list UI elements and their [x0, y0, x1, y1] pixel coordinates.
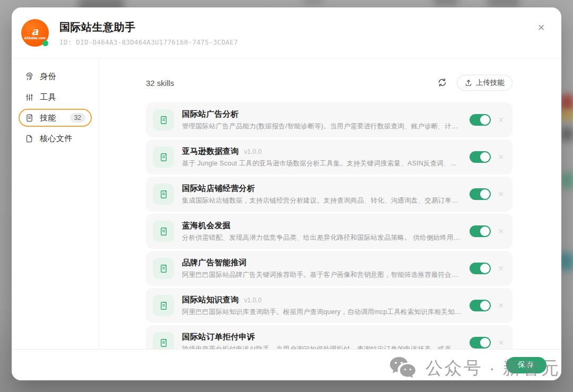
dialog-header: a Alibaba.com 国际站生意助手 ID: DID-D464A3-83D…: [12, 7, 561, 58]
skill-card: 蓝海机会发掘 分析供需错配、发现高潜力低竞争品类、给出差异化路径和国际站发品策略…: [146, 214, 513, 249]
remove-skill-icon[interactable]: ✕: [498, 265, 504, 272]
dialog-title: 国际站生意助手: [59, 20, 238, 34]
remove-skill-icon[interactable]: ✕: [498, 302, 504, 309]
alibaba-logo-glyph: a: [32, 27, 39, 36]
skill-enabled-toggle[interactable]: [470, 114, 491, 126]
skill-card: 亚马逊数据查询 v1.0.0 基于 Jungle Scout 工具的亚马逊市场数…: [146, 140, 513, 175]
assistant-settings-dialog: a Alibaba.com 国际站生意助手 ID: DID-D464A3-83D…: [12, 7, 561, 380]
background-blur-shape: [561, 172, 573, 189]
upload-skill-label: 上传技能: [476, 78, 505, 88]
upload-skill-button[interactable]: 上传技能: [457, 75, 513, 91]
background-blur-shape: [302, 0, 324, 4]
skill-enabled-toggle[interactable]: [470, 300, 491, 311]
dialog-body: 身份 工具 技能 32 核心文件 32 skills: [12, 58, 561, 349]
dialog-footer: 保存: [12, 349, 561, 380]
skill-card: 国际站订单拒付申诉 跨境电商平台拒付申诉AI助手，当用户询问如何处理拒付，查询特…: [146, 325, 513, 349]
skill-doc-icon: [153, 184, 174, 205]
skill-title: 亚马逊数据查询: [182, 146, 239, 156]
skill-list: 国际站广告分析 管理国际站广告产品能力(数据报告/智能诊断等)。当用户需要进行数…: [146, 102, 513, 349]
skill-enabled-toggle[interactable]: [470, 151, 491, 163]
background-blur-shape: [433, 0, 458, 5]
skill-description: 分析供需错配、发现高潜力低竞争品类、给出差异化路径和国际站发品策略。 供给侧始终…: [182, 233, 461, 242]
sidebar-item-identity[interactable]: 身份: [19, 67, 92, 85]
background-blur-shape: [487, 0, 520, 7]
skill-card: 国际站店铺经营分析 集成国际站店铺数据，支持店铺经营分析建议。支持查询商品、转化…: [146, 177, 513, 212]
skills-panel: 32 skills 上传技能: [99, 59, 561, 349]
skill-enabled-toggle[interactable]: [470, 337, 491, 349]
skill-description: 基于 Jungle Scout 工具的亚马逊市场数据分析工具集。支持关键词搜索量…: [182, 159, 461, 168]
remove-skill-icon[interactable]: ✕: [498, 116, 504, 124]
skill-description: 管理国际站广告产品能力(数据报告/智能诊断等)。当用户需要进行数据查询、账户诊断…: [182, 122, 461, 131]
remove-skill-icon[interactable]: ✕: [498, 339, 504, 346]
skill-enabled-toggle[interactable]: [470, 225, 491, 237]
skill-description: 集成国际站店铺数据，支持店铺经营分析建议。支持查询商品、转化、沟通询盘、交易订单…: [182, 196, 461, 205]
skill-description: 阿里巴巴国际站知识库查询助手。根据用户查询query，自动调用mcp工具检索知识…: [182, 308, 461, 317]
skills-count-label: 32 skills: [146, 79, 174, 88]
alibaba-brand-label: Alibaba.com: [24, 36, 46, 40]
skill-card: 品牌广告智能推词 阿里巴巴国际站品牌广告关键词推荐助手。基于客户画像和营销意图，…: [146, 251, 513, 286]
background-blur-shape: [560, 94, 573, 111]
skill-title: 国际站知识查询: [182, 295, 239, 305]
skill-title: 国际站订单拒付申诉: [182, 332, 255, 342]
save-button[interactable]: 保存: [506, 357, 546, 373]
fingerprint-icon: [25, 72, 34, 81]
file-icon: [25, 134, 34, 143]
skill-doc-icon: [153, 221, 174, 242]
skill-doc-icon: [153, 146, 174, 168]
alibaba-avatar: a Alibaba.com: [21, 19, 49, 47]
skill-title: 国际站店铺经营分析: [182, 184, 255, 194]
sidebar-item-label: 技能: [40, 113, 56, 123]
assistant-id: ID: DID-D464A3-83D464A3U1776160-7475-3CD…: [59, 38, 238, 46]
settings-sidebar: 身份 工具 技能 32 核心文件: [12, 59, 99, 349]
sidebar-item-label: 身份: [40, 72, 56, 82]
remove-skill-icon[interactable]: ✕: [498, 153, 504, 161]
skill-title: 蓝海机会发掘: [182, 221, 231, 231]
sliders-icon: [25, 93, 34, 102]
skill-doc-icon: [153, 258, 174, 279]
upload-icon: [465, 79, 472, 86]
sidebar-item-badge: 32: [70, 113, 85, 123]
sidebar-item-tools[interactable]: 工具: [19, 88, 92, 106]
remove-skill-icon[interactable]: ✕: [498, 228, 504, 235]
skill-card: 国际站知识查询 v1.0.0 阿里巴巴国际站知识库查询助手。根据用户查询quer…: [146, 288, 513, 323]
skill-enabled-toggle[interactable]: [470, 263, 491, 274]
skill-card: 国际站广告分析 管理国际站广告产品能力(数据报告/智能诊断等)。当用户需要进行数…: [146, 102, 513, 137]
sidebar-item-core-files[interactable]: 核心文件: [19, 129, 92, 147]
sidebar-item-label: 核心文件: [40, 134, 73, 144]
sidebar-item-label: 工具: [40, 92, 56, 102]
skill-title: 国际站广告分析: [182, 109, 239, 119]
online-status-dot: [42, 40, 48, 46]
skill-enabled-toggle[interactable]: [470, 188, 491, 200]
skill-doc-icon: [153, 332, 174, 349]
skill-description: 阿里巴巴国际站品牌广告关键词推荐助手。基于客户画像和营销意图，智能筛选推荐最符合…: [182, 271, 461, 280]
background-blur-shape: [560, 127, 573, 141]
skill-version-badge: v1.0.0: [244, 297, 262, 304]
refresh-icon[interactable]: [437, 77, 448, 88]
skills-toolbar: 32 skills 上传技能: [146, 75, 513, 91]
skill-title: 品牌广告智能推词: [182, 258, 247, 268]
skill-doc-icon: [25, 114, 34, 123]
skill-doc-icon: [153, 295, 174, 316]
close-icon[interactable]: ✕: [535, 21, 548, 34]
remove-skill-icon[interactable]: ✕: [498, 190, 504, 198]
skill-description: 跨境电商平台拒付申诉AI助手，当用户询问如何处理拒付，查询特定订单的申诉状态，或…: [182, 345, 461, 350]
title-block: 国际站生意助手 ID: DID-D464A3-83D464A3U1776160-…: [59, 20, 238, 46]
skill-version-badge: v1.0.0: [244, 148, 262, 155]
skill-doc-icon: [153, 109, 174, 130]
background-blur-shape: [560, 110, 573, 120]
sidebar-item-skills[interactable]: 技能 32: [19, 109, 92, 127]
